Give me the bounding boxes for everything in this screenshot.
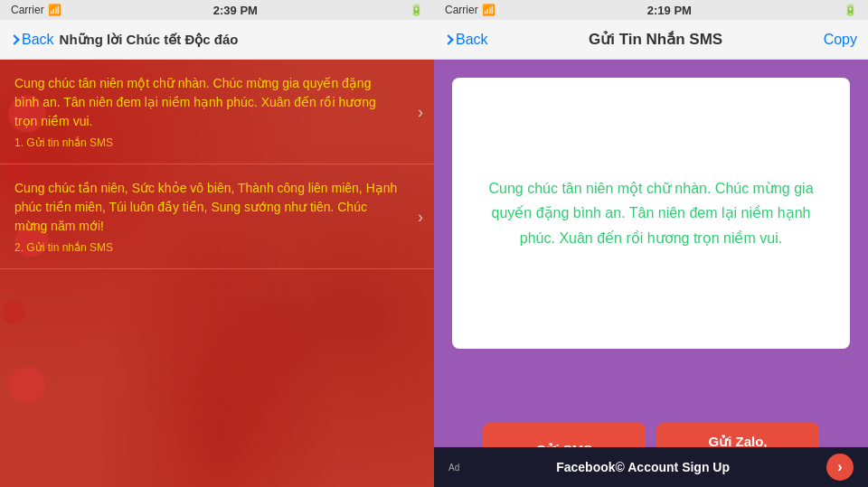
left-list: Cung chúc tân niên một chữ nhàn. Chúc mừ… xyxy=(0,60,434,487)
ad-arrow-button[interactable]: › xyxy=(826,454,854,481)
right-nav-title: Gửi Tin Nhắn SMS xyxy=(488,30,824,49)
ad-text: Facebook© Account Sign Up xyxy=(556,460,730,474)
copy-button[interactable]: Copy xyxy=(824,32,857,48)
left-status-left: Carrier 📶 xyxy=(11,4,61,16)
ad-label: Ad xyxy=(448,463,459,473)
list-item-sub-2: 2. Gửi tin nhắn SMS xyxy=(14,241,398,254)
right-carrier: Carrier xyxy=(445,4,478,16)
left-nav-title: Những lời Chúc tết Độc đáo xyxy=(60,32,423,48)
ad-arrow-icon: › xyxy=(837,459,842,475)
left-screen: Carrier 📶 2:39 PM 🔋 Back Những lời Chúc … xyxy=(0,0,434,487)
right-wifi-icon: 📶 xyxy=(482,4,495,16)
list-item[interactable]: Cung chúc tân niên một chữ nhàn. Chúc mừ… xyxy=(0,60,434,164)
right-battery-icon: 🔋 xyxy=(844,4,857,16)
left-wifi-icon: 📶 xyxy=(48,4,61,16)
ad-icons: Ad xyxy=(448,463,459,473)
right-status-left: Carrier 📶 xyxy=(445,4,495,16)
left-status-bar: Carrier 📶 2:39 PM 🔋 xyxy=(0,0,434,20)
left-back-label: Back xyxy=(22,32,54,48)
left-battery-icon: 🔋 xyxy=(410,4,423,16)
list-item-arrow-1: › xyxy=(418,102,423,121)
left-status-right: 🔋 xyxy=(410,4,423,16)
right-nav-bar: Back Gửi Tin Nhắn SMS Copy xyxy=(434,20,868,60)
message-area: Cung chúc tân niên một chữ nhàn. Chúc mừ… xyxy=(434,60,868,412)
right-status-bar: Carrier 📶 2:19 PM 🔋 xyxy=(434,0,868,20)
left-nav-bar: Back Những lời Chúc tết Độc đáo xyxy=(0,20,434,60)
right-screen: Carrier 📶 2:19 PM 🔋 Back Gửi Tin Nhắn SM… xyxy=(434,0,868,487)
list-item[interactable]: Cung chúc tần niên, Sức khỏe vô biên, Th… xyxy=(0,164,434,269)
right-status-right: 🔋 xyxy=(844,4,857,16)
left-carrier: Carrier xyxy=(11,4,44,16)
right-back-chevron xyxy=(443,34,453,44)
list-item-arrow-2: › xyxy=(418,207,423,226)
list-item-text-1: Cung chúc tân niên một chữ nhàn. Chúc mừ… xyxy=(14,74,398,131)
list-item-text-2: Cung chúc tần niên, Sức khỏe vô biên, Th… xyxy=(14,179,398,236)
left-back-chevron xyxy=(9,34,19,44)
list-item-sub-1: 1. Gửi tin nhắn SMS xyxy=(14,136,398,149)
message-box: Cung chúc tân niên một chữ nhàn. Chúc mừ… xyxy=(452,78,850,349)
ad-bar[interactable]: Ad Facebook© Account Sign Up › xyxy=(434,447,868,487)
left-back-button[interactable]: Back xyxy=(11,32,54,48)
right-time: 2:19 PM xyxy=(647,4,692,17)
right-back-label: Back xyxy=(456,32,488,48)
message-text: Cung chúc tân niên một chữ nhàn. Chúc mừ… xyxy=(474,176,828,250)
left-time: 2:39 PM xyxy=(213,4,258,17)
right-back-button[interactable]: Back xyxy=(445,32,488,48)
